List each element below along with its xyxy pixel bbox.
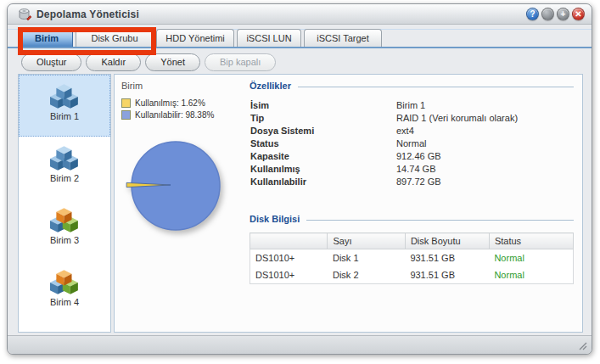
disk-status-cell: Normal: [489, 266, 573, 284]
disk-info-section-header: Disk Bilgisi: [250, 214, 574, 224]
resize-grip-icon[interactable]: [577, 340, 587, 350]
sidebar-item-birim-2[interactable]: Birim 2: [19, 137, 110, 199]
storage-manager-window: Depolama Yöneticisi ? + ✕ Birim Disk Gru…: [7, 3, 592, 355]
volume-cubes-multicolor-icon: [50, 269, 79, 295]
property-value: 912.46 GB: [396, 151, 441, 161]
property-row: StatusNormal: [250, 137, 574, 149]
sidebar-item-birim-1[interactable]: Birim 1: [19, 75, 110, 137]
property-value: Birim 1: [396, 100, 425, 110]
disk-status-cell: Normal: [489, 249, 573, 267]
column-header-boyut[interactable]: Disk Boyutu: [405, 233, 489, 249]
status-bar: [8, 335, 592, 354]
property-row: Kullanılabilir897.72 GB: [250, 175, 574, 188]
property-row: Kapasite912.46 GB: [250, 149, 574, 162]
bip-kapali-button: Bip kapalı: [205, 53, 276, 71]
property-value: RAID 1 (Veri korumalı olarak): [396, 113, 518, 123]
legend-label: Kullanılabilir: 98.38%: [135, 110, 214, 120]
volume-detail-panel: Birim Kullanılmış: 1.62% Kullanılabilir:…: [114, 74, 583, 333]
property-label: Kullanılmış: [250, 164, 396, 174]
tab-strip: Birim Disk Grubu HDD Yönetimi iSCSI LUN …: [8, 29, 592, 48]
property-value: Normal: [396, 138, 426, 148]
column-header-model[interactable]: [250, 233, 328, 249]
close-button[interactable]: ✕: [572, 8, 585, 20]
property-label: Kullanılabilir: [250, 176, 396, 187]
column-header-sayi[interactable]: Sayı: [328, 233, 405, 249]
sidebar-item-birim-3[interactable]: Birim 3: [19, 199, 110, 260]
used-swatch: [121, 98, 131, 108]
property-label: Dosya Sistemi: [250, 126, 396, 136]
legend-label: Kullanılmış: 1.62%: [135, 98, 205, 108]
disk-model-cell: DS1010+: [250, 266, 328, 284]
properties-list: İsimBirim 1 TipRAID 1 (Veri korumalı ola…: [250, 98, 574, 188]
legend-item-used: Kullanılmış: 1.62%: [121, 98, 243, 108]
disk-table-row[interactable]: DS1010+ Disk 1 931.51 GB Normal: [250, 249, 574, 267]
tab-iscsi-lun[interactable]: iSCSI LUN: [237, 29, 301, 47]
volume-cubes-multicolor-icon: [50, 207, 79, 233]
disk-number-cell: Disk 1: [328, 249, 405, 267]
sidebar-item-label: Birim 4: [20, 297, 109, 307]
disk-number-cell: Disk 2: [328, 266, 405, 284]
disk-model-cell: DS1010+: [250, 249, 328, 267]
window-title: Depolama Yöneticisi: [36, 8, 139, 20]
tab-disk-grubu[interactable]: Disk Grubu: [76, 29, 154, 47]
toolbar: Oluştur Kaldır Yönet Bip kapalı: [8, 50, 592, 74]
usage-chart-column: Birim Kullanılmış: 1.62% Kullanılabilir:…: [121, 79, 243, 328]
legend-item-available: Kullanılabilir: 98.38%: [121, 110, 243, 120]
minimize-button[interactable]: [541, 8, 554, 20]
disk-size-cell: 931.51 GB: [405, 249, 489, 267]
usage-pie-chart: [123, 133, 228, 238]
maximize-button[interactable]: +: [557, 8, 569, 20]
property-value: ext4: [396, 126, 414, 136]
property-label: Kapasite: [250, 151, 396, 161]
property-row: Kullanılmış14.74 GB: [250, 162, 574, 175]
titlebar[interactable]: Depolama Yöneticisi ? + ✕: [8, 4, 592, 25]
tab-hdd-yonetimi[interactable]: HDD Yönetimi: [156, 29, 234, 47]
sidebar-item-birim-4[interactable]: Birim 4: [19, 260, 110, 322]
window-controls: ? + ✕: [526, 8, 585, 20]
volume-cubes-icon: [50, 83, 79, 109]
available-swatch: [121, 110, 131, 120]
sidebar-item-label: Birim 2: [20, 173, 109, 183]
tab-iscsi-target[interactable]: iSCSI Target: [304, 29, 382, 47]
property-label: İsim: [250, 100, 396, 110]
property-label: Tip: [250, 113, 396, 123]
property-row: TipRAID 1 (Veri korumalı olarak): [250, 111, 574, 124]
tab-birim[interactable]: Birim: [20, 28, 73, 47]
disk-table-row[interactable]: DS1010+ Disk 2 931.51 GB Normal: [250, 266, 574, 284]
olustur-button[interactable]: Oluştur: [21, 53, 81, 71]
properties-section-header: Özellikler: [250, 81, 574, 91]
disk-info-table: Sayı Disk Boyutu Status DS1010+ Disk 1 9…: [250, 232, 574, 284]
volume-list: Birim 1 Birim 2 Birim 3: [18, 74, 111, 333]
storage-manager-app-icon: [18, 8, 32, 21]
chart-heading: Birim: [121, 81, 243, 91]
disk-size-cell: 931.51 GB: [405, 266, 489, 284]
section-divider: [298, 87, 574, 87]
property-row: İsimBirim 1: [250, 98, 574, 111]
property-row: Dosya Sistemiext4: [250, 124, 574, 137]
content-area: Birim 1 Birim 2 Birim 3: [18, 74, 583, 333]
sidebar-item-label: Birim 1: [20, 111, 109, 121]
detail-column: Özellikler İsimBirim 1 TipRAID 1 (Veri k…: [243, 79, 575, 328]
section-divider: [306, 220, 574, 221]
properties-heading: Özellikler: [250, 81, 291, 91]
help-button[interactable]: ?: [526, 8, 539, 20]
column-header-status[interactable]: Status: [489, 233, 573, 249]
yonet-button[interactable]: Yönet: [145, 53, 200, 71]
sidebar-item-label: Birim 3: [20, 235, 109, 245]
volume-cubes-icon: [50, 145, 79, 171]
disk-table-header-row: Sayı Disk Boyutu Status: [250, 233, 574, 249]
property-label: Status: [250, 138, 396, 148]
property-value: 897.72 GB: [396, 176, 441, 187]
disk-info-heading: Disk Bilgisi: [250, 214, 300, 224]
property-value: 14.74 GB: [396, 164, 435, 174]
kaldir-button[interactable]: Kaldır: [86, 53, 141, 71]
